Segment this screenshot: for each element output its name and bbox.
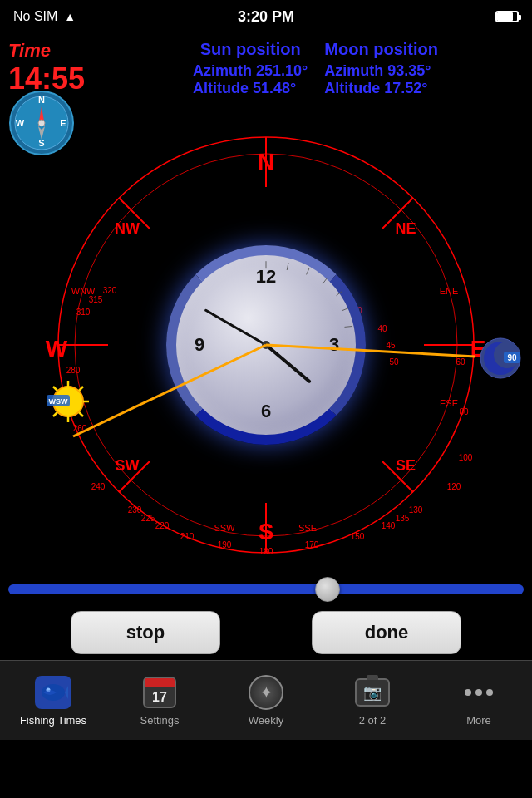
svg-line-92: [266, 345, 475, 357]
camera-icon-wrap: 📷: [354, 674, 391, 711]
svg-line-87: [382, 198, 413, 229]
tab-settings[interactable]: 17 Settings: [106, 661, 213, 740]
svg-line-89: [382, 461, 413, 492]
svg-line-106: [79, 412, 83, 416]
weekly-compass-icon: ✦: [249, 675, 283, 710]
status-bar: No SIM ▲ 3:20 PM: [0, 0, 532, 33]
time-block: Time 14:55: [8, 40, 85, 96]
moon-position: Moon position Azimuth 93.35° Altitude 17…: [324, 40, 438, 97]
svg-line-91: [73, 345, 266, 436]
svg-line-108: [53, 412, 57, 416]
weekly-icon-wrap: ✦: [248, 674, 284, 711]
main-content: Time 14:55 Sun position Azimuth 251.10° …: [0, 33, 532, 740]
status-time: 3:20 PM: [238, 8, 294, 25]
svg-line-88: [119, 198, 150, 229]
moon-azimuth: Azimuth 93.35°: [324, 62, 438, 80]
tab-fishing-times[interactable]: Fishing Times: [0, 661, 106, 740]
more-icon: [465, 689, 493, 696]
done-button[interactable]: done: [312, 611, 461, 654]
buttons-area: stop done: [0, 601, 532, 664]
fish-icon: [35, 676, 71, 709]
sun-azimuth: Azimuth 251.10°: [193, 62, 308, 80]
tab-bar: Fishing Times 17 Settings ✦ Weekly 📷 2 o…: [0, 660, 532, 740]
wifi-icon: ▲: [64, 10, 76, 23]
svg-line-105: [53, 387, 57, 391]
tab-more-label: More: [466, 714, 491, 727]
stop-button[interactable]: stop: [71, 611, 220, 654]
tab-weekly[interactable]: ✦ Weekly: [213, 661, 319, 740]
time-label: Time: [8, 40, 51, 62]
compass-area: N S E W NE NW SE SW 0 NNE NNW ESE ENE WN…: [0, 112, 532, 578]
more-icon-wrap: [461, 674, 497, 711]
svg-line-90: [119, 461, 150, 492]
battery-icon: [495, 11, 519, 22]
slider-area: [0, 578, 532, 601]
tab-more[interactable]: More: [426, 661, 532, 740]
moon-icon: 90: [479, 337, 522, 380]
svg-text:90: 90: [507, 353, 517, 362]
camera-icon: 📷: [355, 678, 390, 707]
svg-text:N: N: [38, 95, 45, 105]
calendar-icon: 17: [143, 677, 176, 708]
svg-text:WSW: WSW: [49, 397, 68, 406]
tab-weekly-label: Weekly: [249, 714, 283, 727]
sun-moon-block: Sun position Azimuth 251.10° Altitude 51…: [193, 40, 438, 97]
moon-altitude: Altitude 17.52°: [324, 80, 438, 97]
sun-icon: WSW: [43, 377, 93, 426]
tab-settings-label: Settings: [140, 714, 180, 727]
svg-line-107: [79, 387, 83, 391]
moon-title: Moon position: [324, 40, 438, 59]
sun-title: Sun position: [193, 40, 308, 59]
sun-altitude: Altitude 51.48°: [193, 80, 308, 97]
carrier-label: No SIM: [13, 9, 57, 24]
slider-track[interactable]: [8, 584, 524, 594]
slider-thumb[interactable]: [315, 577, 340, 602]
fishing-times-icon-wrap: [35, 674, 71, 711]
header-info: Time 14:55 Sun position Azimuth 251.10° …: [0, 33, 532, 104]
sun-position: Sun position Azimuth 251.10° Altitude 51…: [193, 40, 308, 97]
svg-marker-117: [65, 686, 68, 699]
tab-fishing-times-label: Fishing Times: [20, 714, 86, 727]
tab-page-label: 2 of 2: [359, 714, 387, 727]
tab-page[interactable]: 📷 2 of 2: [319, 661, 426, 740]
settings-icon-wrap: 17: [141, 674, 178, 711]
